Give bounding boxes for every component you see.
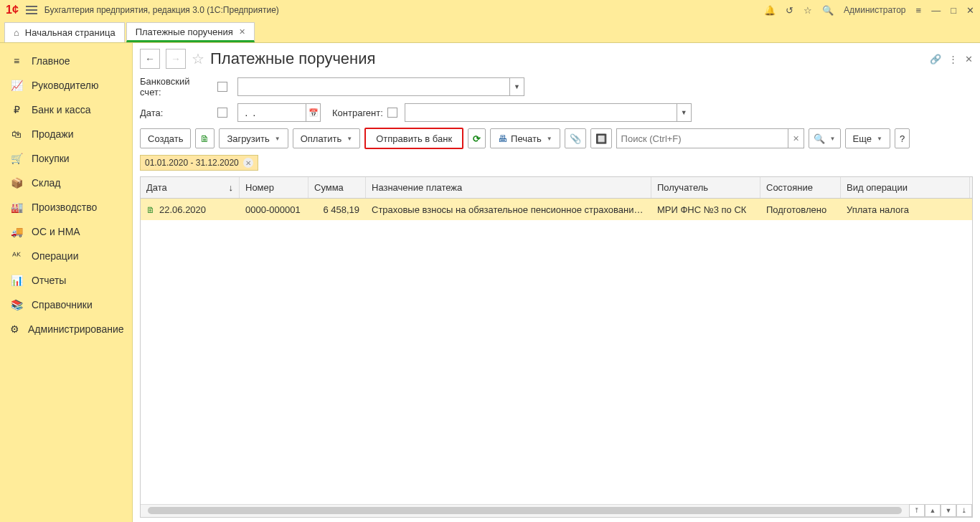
counterparty-label: Контрагент:	[332, 108, 383, 118]
user-label[interactable]: Администратор	[844, 5, 906, 15]
th-label: Назначение платежа	[372, 182, 462, 193]
scroll-down-button[interactable]: ▼	[941, 504, 956, 517]
th-sum[interactable]: Сумма	[308, 177, 366, 198]
th-label: Номер	[245, 182, 274, 193]
counterparty-dropdown-icon[interactable]: ▼	[677, 103, 692, 122]
maximize-icon[interactable]: □	[951, 5, 956, 16]
search-icon: 🔍	[814, 133, 825, 144]
link-icon[interactable]: 🔗	[930, 54, 941, 65]
scroll-top-button[interactable]: ⤒	[909, 504, 925, 517]
favorite-icon[interactable]: ☆	[804, 5, 812, 16]
bag-icon: 🛍	[10, 128, 23, 140]
history-icon[interactable]: ↺	[786, 5, 793, 16]
star-icon[interactable]: ☆	[192, 50, 204, 67]
button-label: Загрузить	[227, 133, 269, 144]
copy-button[interactable]: 🗎	[195, 128, 215, 148]
counterparty-input[interactable]	[405, 103, 677, 122]
refresh-button[interactable]: ⟳	[468, 128, 486, 148]
chevron-down-icon: ▼	[275, 136, 281, 142]
button-label: Еще	[853, 133, 872, 144]
th-date[interactable]: Дата↓	[141, 177, 240, 198]
sidebar-item-sales[interactable]: 🛍Продажи	[0, 122, 132, 146]
more-actions-icon[interactable]: ⋮	[948, 54, 958, 65]
minimize-icon[interactable]: —	[931, 5, 941, 16]
sidebar-item-operations[interactable]: ᴬᴷОперации	[0, 244, 132, 268]
pay-button[interactable]: Оплатить▼	[293, 128, 361, 148]
home-icon: ⌂	[14, 27, 19, 38]
sidebar-item-main[interactable]: ≡Главное	[0, 49, 132, 73]
button-label: Отправить в банк	[376, 133, 452, 144]
date-checkbox[interactable]	[217, 108, 227, 118]
chip-close-icon[interactable]: ✕	[243, 158, 253, 168]
horizontal-scrollbar[interactable]	[141, 504, 909, 517]
scroll-up-button[interactable]: ▲	[925, 504, 941, 517]
page-title: Платежные поручения	[210, 49, 375, 68]
create-button[interactable]: Создать	[140, 128, 191, 148]
truck-icon: 🚚	[10, 226, 23, 237]
date-filter-chip[interactable]: 01.01.2020 - 31.12.2020 ✕	[140, 155, 258, 171]
th-label: Состояние	[766, 182, 813, 193]
chevron-down-icon: ▼	[877, 136, 882, 142]
th-operation[interactable]: Вид операции	[841, 177, 970, 198]
sidebar-item-label: Отчеты	[32, 275, 66, 286]
counterparty-checkbox[interactable]	[387, 108, 397, 118]
bank-account-checkbox[interactable]	[217, 82, 227, 92]
more-button[interactable]: Еще▼	[845, 128, 890, 148]
sidebar-item-production[interactable]: 🏭Производство	[0, 195, 132, 219]
date-input[interactable]	[237, 103, 306, 122]
search-button[interactable]: 🔍▼	[809, 128, 841, 148]
related-icon: 🔲	[595, 133, 607, 144]
cell-purpose: Страховые взносы на обязательное пенсион…	[366, 204, 651, 215]
search-clear-button[interactable]: ✕	[788, 128, 804, 148]
cart-icon: 🛒	[10, 153, 23, 164]
search-icon[interactable]: 🔍	[822, 5, 834, 16]
sidebar-item-assets[interactable]: 🚚ОС и НМА	[0, 219, 132, 244]
related-button[interactable]: 🔲	[590, 128, 612, 148]
send-to-bank-button[interactable]: Отправить в банк	[364, 128, 463, 149]
th-recipient[interactable]: Получатель	[651, 177, 760, 198]
close-icon[interactable]: ✕	[966, 5, 974, 16]
main-menu-icon[interactable]	[26, 6, 37, 14]
ruble-icon: ₽	[10, 104, 23, 115]
sidebar-item-references[interactable]: 📚Справочники	[0, 293, 132, 317]
chip-label: 01.01.2020 - 31.12.2020	[145, 158, 239, 168]
tab-home[interactable]: ⌂ Начальная страница	[4, 22, 125, 42]
button-label: Оплатить	[301, 133, 342, 144]
sidebar-item-label: Справочники	[32, 299, 93, 310]
sidebar-item-manager[interactable]: 📈Руководителю	[0, 73, 132, 98]
sidebar-item-warehouse[interactable]: 📦Склад	[0, 171, 132, 195]
button-label: Создать	[148, 133, 183, 144]
close-page-icon[interactable]: ✕	[965, 54, 973, 65]
table-row[interactable]: 🗎22.06.2020 0000-000001 6 458,19 Страхов…	[141, 199, 972, 220]
scroll-bottom-button[interactable]: ⤓	[956, 504, 972, 517]
th-number[interactable]: Номер	[240, 177, 308, 198]
tab-payment-orders[interactable]: Платежные поручения ✕	[126, 22, 255, 42]
load-button[interactable]: Загрузить▼	[219, 128, 288, 148]
sidebar-item-admin[interactable]: ⚙Администрирование	[0, 317, 132, 341]
help-button[interactable]: ?	[895, 128, 910, 148]
sidebar-item-reports[interactable]: 📊Отчеты	[0, 268, 132, 293]
sidebar-item-purchases[interactable]: 🛒Покупки	[0, 146, 132, 171]
nav-forward-button[interactable]: →	[166, 49, 186, 69]
cell-operation: Уплата налога	[841, 204, 970, 215]
doc-icon: 🗎	[146, 205, 155, 215]
print-button[interactable]: 🖶Печать▼	[490, 128, 560, 148]
nav-back-button[interactable]: ←	[140, 49, 160, 69]
sidebar-item-label: Главное	[32, 55, 70, 67]
button-label: Печать	[511, 133, 542, 144]
th-purpose[interactable]: Назначение платежа	[366, 177, 651, 198]
sidebar-item-label: Продажи	[32, 128, 73, 140]
th-state[interactable]: Состояние	[760, 177, 841, 198]
bank-account-dropdown-icon[interactable]: ▼	[510, 77, 524, 96]
settings-icon[interactable]: ≡	[916, 5, 922, 16]
bell-icon[interactable]: 🔔	[764, 5, 776, 16]
bank-account-input[interactable]	[237, 77, 510, 96]
search-input[interactable]	[616, 128, 788, 148]
chart-icon: 📈	[10, 80, 23, 91]
calendar-icon[interactable]: 📅	[306, 103, 321, 122]
tab-close-icon[interactable]: ✕	[239, 27, 245, 37]
sort-down-icon: ↓	[229, 182, 234, 193]
sidebar-item-bank[interactable]: ₽Банк и касса	[0, 98, 132, 122]
attach-button[interactable]: 📎	[565, 128, 586, 148]
sidebar: ≡Главное 📈Руководителю ₽Банк и касса 🛍Пр…	[0, 43, 133, 522]
